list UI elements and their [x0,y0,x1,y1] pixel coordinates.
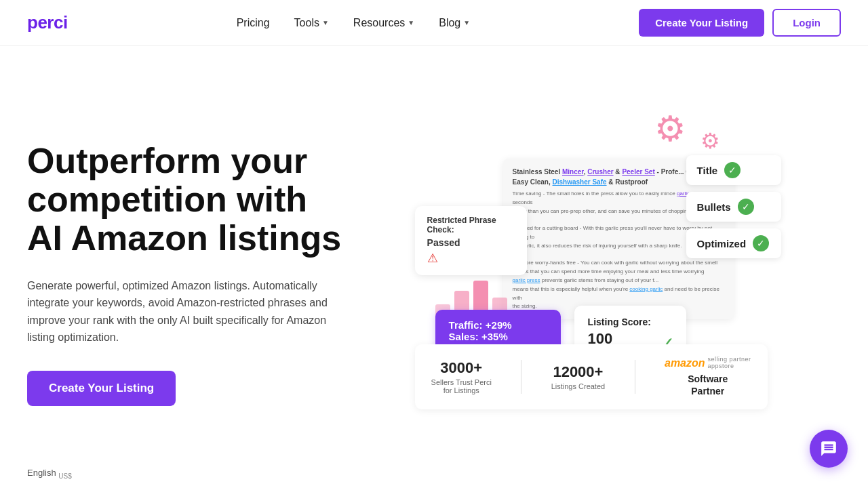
footer-locale: English US$ [27,468,72,480]
phrase-check-card: Restricted Phrase Check: Passed ⚠ [415,206,527,275]
listings-count: 12000+ [553,363,603,381]
stat-divider-2 [635,360,635,394]
bullets-badge: Bullets ✓ [686,192,781,222]
score-title: Listing Score: [588,317,673,327]
sellers-count: 3000+ [440,359,482,377]
tools-chevron-icon: ▼ [322,19,329,26]
nav-pricing[interactable]: Pricing [237,17,270,29]
hero-create-listing-button[interactable]: Create Your Listing [27,371,176,406]
software-partner-label: Software Partner [688,373,728,396]
title-check-icon: ✓ [724,162,741,178]
hero-title: Outperform your competition with AI Amaz… [27,142,341,258]
logo: perci [27,12,68,33]
nav-resources[interactable]: Resources ▼ [353,17,414,29]
optimized-check-icon: ✓ [753,235,769,251]
main-content: Outperform your competition with AI Amaz… [0,46,868,488]
warning-icon: ⚠ [427,251,515,266]
phrase-check-title: Restricted Phrase Check: [427,216,515,235]
sales-stat: Sales: +35% [449,331,547,342]
blog-chevron-icon: ▼ [463,19,470,26]
bullets-check-icon: ✓ [738,199,754,215]
chat-support-button[interactable] [810,430,848,468]
stat-divider-1 [521,360,521,394]
title-badge: Title ✓ [686,155,781,185]
navbar: perci Pricing Tools ▼ Resources ▼ Blog ▼… [0,0,868,46]
listing-badges: Title ✓ Bullets ✓ Optimized ✓ [686,155,781,258]
hero-description: Generate powerful, optimized Amazon list… [27,277,339,346]
gear-icon-small: ⚙ [701,128,720,154]
listings-stat: 12000+ Listings Created [551,363,606,390]
amazon-logo: amazon [665,357,705,369]
nav-blog[interactable]: Blog ▼ [439,17,470,29]
chat-icon [820,440,837,458]
nav-links: Pricing Tools ▼ Resources ▼ Blog ▼ [237,17,471,29]
listings-label: Listings Created [551,382,606,390]
resources-chevron-icon: ▼ [408,19,414,26]
nav-login-button[interactable]: Login [772,9,841,37]
sellers-stat: 3000+ Sellers Trust Perci for Listings [431,359,492,394]
optimized-badge: Optimized ✓ [686,228,781,258]
nav-tools[interactable]: Tools ▼ [294,17,329,29]
hero-illustration: ⚙ ⚙ Stainless Steel Mincer, Crusher & Pe… [341,46,841,488]
phrase-check-result: Passed [427,237,515,248]
sellers-label: Sellers Trust Perci for Listings [431,378,492,394]
amazon-partner-badge: amazon selling partner appstore Software… [665,357,751,397]
illustration-container: ⚙ ⚙ Stainless Steel Mincer, Crusher & Pe… [395,104,788,430]
gear-icon-large: ⚙ [654,111,686,146]
nav-create-listing-button[interactable]: Create Your Listing [639,9,764,37]
traffic-stat: Traffic: +29% [449,319,547,331]
stats-bar: 3000+ Sellers Trust Perci for Listings 1… [415,344,768,409]
nav-actions: Create Your Listing Login [639,9,841,37]
hero-section: Outperform your competition with AI Amaz… [27,46,341,488]
